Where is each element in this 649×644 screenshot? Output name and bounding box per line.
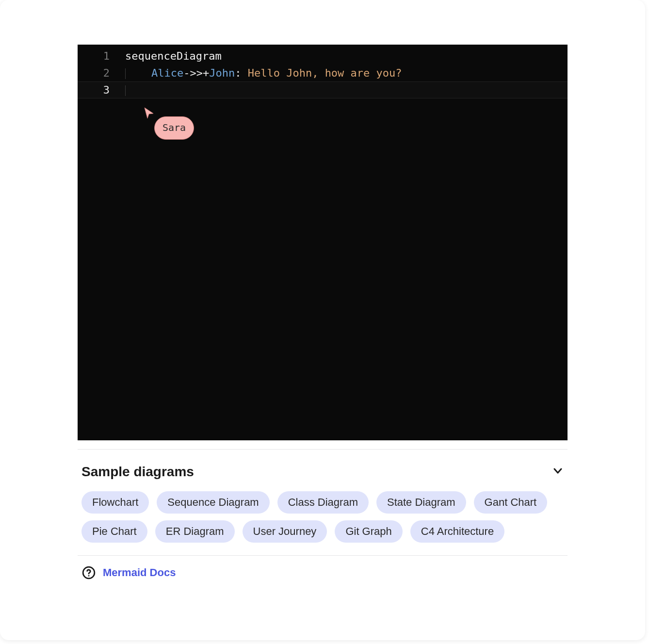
svg-point-1	[88, 575, 90, 577]
token-actor: John	[209, 67, 235, 79]
token-colon: :	[235, 67, 248, 79]
code-lines[interactable]: sequenceDiagram Alice->>+John: Hello Joh…	[125, 48, 568, 98]
mermaid-docs-link[interactable]: Mermaid Docs	[103, 566, 176, 579]
chevron-down-icon	[552, 465, 564, 479]
token-message: Hello John, how are you?	[248, 67, 402, 79]
sample-chip-er-diagram[interactable]: ER Diagram	[155, 520, 235, 543]
indent	[126, 67, 151, 79]
sample-chip-state-diagram[interactable]: State Diagram	[376, 491, 466, 514]
sample-chip-gant-chart[interactable]: Gant Chart	[474, 491, 548, 514]
token-arrow: ->>+	[183, 67, 209, 79]
indent-guide	[125, 85, 126, 96]
line-number: 2	[78, 64, 117, 81]
line-number: 3	[78, 81, 117, 98]
samples-list: Flowchart Sequence Diagram Class Diagram…	[78, 489, 568, 555]
line-number-gutter: 1 2 3	[78, 45, 117, 98]
token-keyword: sequenceDiagram	[125, 50, 222, 62]
cursor-pointer-icon	[144, 107, 155, 119]
sample-chip-user-journey[interactable]: User Journey	[243, 520, 327, 543]
samples-title: Sample diagrams	[81, 464, 194, 480]
code-line[interactable]: sequenceDiagram	[125, 48, 568, 64]
sample-chip-class-diagram[interactable]: Class Diagram	[277, 491, 369, 514]
collab-cursor-label: Sara	[154, 116, 194, 140]
sample-chip-c4-architecture[interactable]: C4 Architecture	[410, 520, 504, 543]
line-number: 1	[78, 48, 117, 64]
collab-cursor: Sara	[144, 107, 155, 119]
panel: 1 2 3 sequenceDiagram Alice->>+John: Hel…	[0, 0, 645, 640]
sample-chip-flowchart[interactable]: Flowchart	[81, 491, 149, 514]
samples-toggle[interactable]: Sample diagrams	[78, 450, 568, 489]
sample-chip-sequence-diagram[interactable]: Sequence Diagram	[157, 491, 269, 514]
sample-chip-git-graph[interactable]: Git Graph	[335, 520, 402, 543]
docs-row: Mermaid Docs	[78, 556, 568, 580]
code-editor[interactable]: 1 2 3 sequenceDiagram Alice->>+John: Hel…	[78, 45, 568, 440]
help-circle-icon	[81, 565, 96, 580]
token-actor: Alice	[151, 67, 183, 79]
sample-chip-pie-chart[interactable]: Pie Chart	[81, 520, 147, 543]
code-line[interactable]	[125, 81, 568, 98]
code-line[interactable]: Alice->>+John: Hello John, how are you?	[125, 64, 568, 81]
